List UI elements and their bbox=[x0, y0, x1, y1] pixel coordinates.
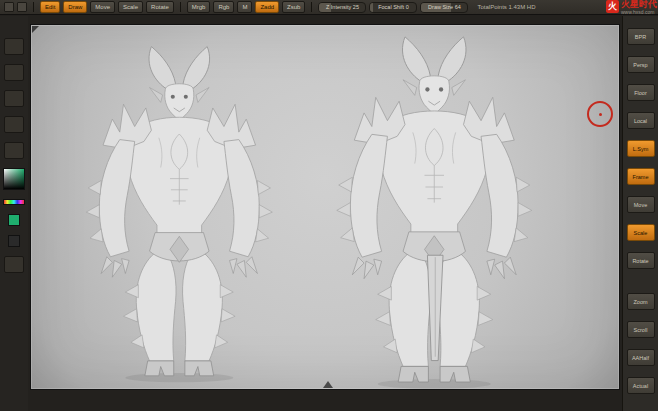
alpha-slot-icon[interactable] bbox=[4, 90, 24, 107]
color-picker[interactable] bbox=[3, 168, 25, 190]
watermark-logo: 火 火星时代 www.hxsd.com bbox=[606, 0, 657, 15]
frame-button[interactable]: Frame bbox=[627, 168, 655, 185]
local-button[interactable]: Local bbox=[627, 112, 655, 129]
rgb-button[interactable]: Rgb bbox=[213, 1, 234, 13]
left-tool-shelf bbox=[0, 16, 28, 411]
floor-button[interactable]: Floor bbox=[627, 84, 655, 101]
persp-button[interactable]: Persp bbox=[627, 56, 655, 73]
move-button[interactable]: Move bbox=[90, 1, 115, 13]
current-color-swatch[interactable] bbox=[8, 214, 20, 226]
secondary-color-swatch[interactable] bbox=[8, 235, 20, 247]
zsub-button[interactable]: Zsub bbox=[282, 1, 305, 13]
canvas-corner-mark bbox=[32, 26, 39, 33]
bpr-button[interactable]: BPR bbox=[627, 28, 655, 45]
aahalf-button[interactable]: AAHalf bbox=[627, 349, 655, 366]
top-toolbar: Edit Draw Move Scale Rotate Mrgb Rgb M Z… bbox=[0, 0, 658, 15]
left-shelf-extra-slot[interactable] bbox=[4, 256, 24, 273]
mrgb-button[interactable]: Mrgb bbox=[187, 1, 211, 13]
demon-sculpt-right[interactable] bbox=[337, 37, 532, 389]
scale3d-button[interactable]: Scale bbox=[627, 224, 655, 241]
lsym-button[interactable]: L.Sym bbox=[627, 140, 655, 157]
hue-strip[interactable] bbox=[3, 199, 25, 205]
sculpt-canvas[interactable] bbox=[30, 24, 620, 390]
watermark-domain-text: www.hxsd.com bbox=[621, 9, 657, 15]
move3d-button[interactable]: Move bbox=[627, 196, 655, 213]
document-menu-icon[interactable] bbox=[17, 2, 27, 12]
flame-logo-icon: 火 bbox=[606, 0, 619, 13]
canvas-bottom-handle[interactable] bbox=[323, 381, 333, 388]
brush-slot-icon[interactable] bbox=[4, 38, 24, 55]
right-nav-shelf: BPR Persp Floor Local L.Sym Frame Move S… bbox=[622, 16, 658, 411]
slider-label: Draw Size 64 bbox=[421, 3, 467, 12]
toolbar-divider bbox=[180, 2, 181, 12]
app-menu-icon[interactable] bbox=[4, 2, 14, 12]
stroke-slot-icon[interactable] bbox=[4, 64, 24, 81]
texture-slot-icon[interactable] bbox=[4, 116, 24, 133]
rotate-button[interactable]: Rotate bbox=[146, 1, 174, 13]
watermark-brand-text: 火星时代 bbox=[621, 0, 657, 9]
totalpoints-status: TotalPoints 1.43M HD bbox=[477, 4, 535, 10]
rotate3d-button[interactable]: Rotate bbox=[627, 252, 655, 269]
actual-button[interactable]: Actual bbox=[627, 377, 655, 394]
toolbar-divider bbox=[33, 2, 34, 12]
scale-button[interactable]: Scale bbox=[118, 1, 143, 13]
edit-button[interactable]: Edit bbox=[40, 1, 60, 13]
brush-cursor-ring bbox=[587, 101, 613, 127]
demon-sculpt-left[interactable] bbox=[86, 47, 272, 383]
scroll-doc-button[interactable]: Scroll bbox=[627, 321, 655, 338]
draw-size-slider[interactable]: Draw Size 64 bbox=[420, 2, 468, 13]
z-intensity-slider[interactable]: Z Intensity 25 bbox=[318, 2, 366, 13]
material-slot-icon[interactable] bbox=[4, 142, 24, 159]
slider-label: Focal Shift 0 bbox=[370, 3, 416, 12]
zadd-button[interactable]: Zadd bbox=[255, 1, 279, 13]
slider-label: Z Intensity 25 bbox=[319, 3, 365, 12]
toolbar-divider bbox=[311, 2, 312, 12]
m-button[interactable]: M bbox=[237, 1, 252, 13]
draw-button[interactable]: Draw bbox=[63, 1, 87, 13]
viewport-models bbox=[31, 25, 619, 389]
focal-shift-slider[interactable]: Focal Shift 0 bbox=[369, 2, 417, 13]
zoom-doc-button[interactable]: Zoom bbox=[627, 293, 655, 310]
